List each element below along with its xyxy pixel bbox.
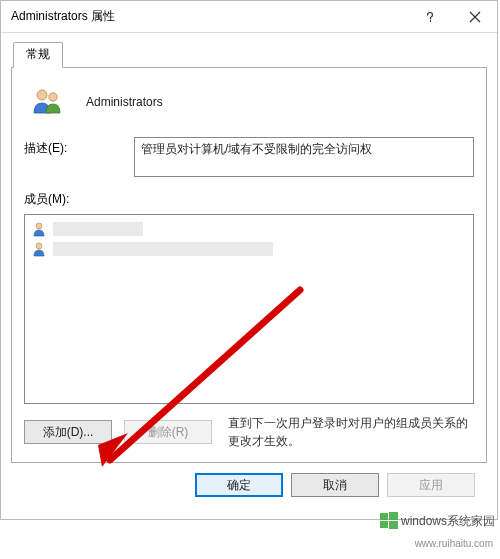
svg-point-1 bbox=[37, 90, 47, 100]
members-listbox[interactable] bbox=[24, 214, 474, 404]
list-item[interactable] bbox=[29, 219, 469, 239]
user-icon bbox=[31, 221, 47, 237]
watermark-text: windows系统家园 bbox=[401, 513, 495, 530]
watermark: windows系统家园 www.ruihaitu.com bbox=[379, 511, 495, 531]
group-icon bbox=[30, 85, 64, 119]
group-header bbox=[24, 80, 474, 137]
client-area: 常规 描述(E): 管理员对计算机/域有不受限制的完全访问权 bbox=[1, 33, 497, 519]
tab-strip: 常规 bbox=[13, 42, 487, 68]
member-name-redacted bbox=[53, 242, 273, 256]
tab-control: 常规 描述(E): 管理员对计算机/域有不受限制的完全访问权 bbox=[11, 41, 487, 463]
tab-general[interactable]: 常规 bbox=[13, 42, 63, 68]
svg-rect-10 bbox=[380, 521, 388, 528]
member-buttons-row: 添加(D)... 删除(R) 直到下一次用户登录时对用户的组成员关系的更改才生效… bbox=[24, 414, 474, 450]
list-item[interactable] bbox=[29, 239, 469, 259]
svg-rect-8 bbox=[380, 513, 388, 520]
titlebar-title: Administrators 属性 bbox=[11, 8, 115, 25]
apply-button: 应用 bbox=[387, 473, 475, 497]
titlebar: Administrators 属性 bbox=[1, 1, 497, 33]
svg-point-4 bbox=[36, 243, 42, 249]
remove-button: 删除(R) bbox=[124, 420, 212, 444]
dialog-buttons: 确定 取消 应用 bbox=[11, 463, 487, 509]
svg-rect-0 bbox=[30, 85, 64, 119]
titlebar-controls bbox=[407, 1, 497, 32]
member-name-redacted bbox=[53, 222, 143, 236]
description-row: 描述(E): 管理员对计算机/域有不受限制的完全访问权 bbox=[24, 137, 474, 177]
help-icon bbox=[424, 11, 436, 23]
description-input[interactable]: 管理员对计算机/域有不受限制的完全访问权 bbox=[134, 137, 474, 177]
help-button[interactable] bbox=[407, 1, 452, 32]
ok-button[interactable]: 确定 bbox=[195, 473, 283, 497]
tab-panel-general: 描述(E): 管理员对计算机/域有不受限制的完全访问权 成员(M): bbox=[11, 67, 487, 463]
svg-point-3 bbox=[36, 223, 42, 229]
group-name-field[interactable] bbox=[84, 94, 324, 110]
svg-rect-11 bbox=[389, 521, 398, 529]
svg-point-2 bbox=[49, 93, 57, 101]
close-button[interactable] bbox=[452, 1, 497, 32]
dialog-window: Administrators 属性 常规 bbox=[0, 0, 498, 520]
add-button[interactable]: 添加(D)... bbox=[24, 420, 112, 444]
svg-rect-9 bbox=[389, 512, 398, 520]
close-icon bbox=[469, 11, 481, 23]
cancel-button[interactable]: 取消 bbox=[291, 473, 379, 497]
members-label: 成员(M): bbox=[24, 191, 474, 208]
watermark-url: www.ruihaitu.com bbox=[415, 538, 493, 549]
membership-note: 直到下一次用户登录时对用户的组成员关系的更改才生效。 bbox=[224, 414, 474, 450]
description-label: 描述(E): bbox=[24, 137, 124, 157]
user-icon bbox=[31, 241, 47, 257]
windows-logo-icon bbox=[379, 511, 399, 531]
